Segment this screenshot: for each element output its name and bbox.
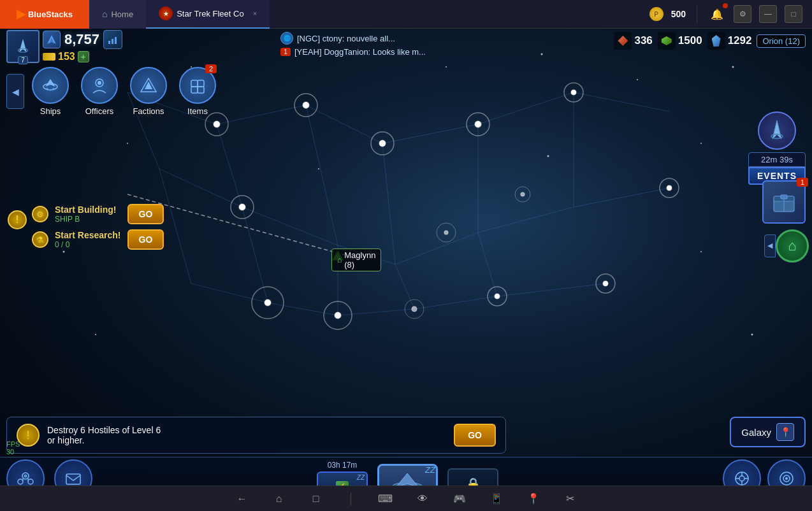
add-credits-btn[interactable]: + — [78, 51, 89, 62]
supply-crate-btn[interactable]: 1 — [762, 180, 806, 224]
svg-point-50 — [667, 185, 672, 191]
win-back-btn[interactable]: ← — [233, 490, 251, 508]
home-tab[interactable]: ⌂ Home — [89, 0, 146, 29]
taskbar-right: P 500 🔔 ⚙ — □ — [649, 4, 812, 24]
win-keyboard-btn[interactable]: ⌨ — [377, 490, 395, 508]
notification-bell[interactable]: 🔔 — [708, 5, 726, 23]
bluestacks-logo: ▶ BlueStacks — [0, 0, 89, 29]
exterior-svg-icon — [732, 469, 751, 488]
location-name: Maglynn (8) — [344, 250, 375, 270]
svg-line-13 — [217, 124, 242, 207]
svg-point-96 — [18, 479, 23, 484]
fps-value: FPS — [6, 440, 20, 448]
settings-btn[interactable]: ⚙ — [734, 5, 751, 23]
starfleet-logo — [13, 37, 33, 56]
svg-line-4 — [478, 92, 574, 124]
win-eye-btn[interactable]: 👁 — [414, 490, 431, 508]
win-gamepad-btn[interactable]: 🎮 — [451, 490, 468, 508]
inbox-svg-icon — [64, 469, 83, 488]
chat-globe-icon: 🌐 — [280, 32, 293, 45]
officers-icon — [81, 67, 118, 104]
ore-shape — [662, 36, 672, 45]
chat-message-2: 1 [YEAH] DoggTanion: Looks like m... — [280, 47, 640, 57]
app-tab[interactable]: ★ Star Trek Fleet Co × — [146, 0, 270, 29]
svg-line-12 — [574, 188, 669, 207]
svg-point-43 — [564, 83, 583, 102]
quest-2-subtitle: 0 / 0 — [55, 240, 121, 249]
home-map-btn-container: ◀ ⌂ — [764, 229, 809, 263]
events-logo — [758, 112, 796, 150]
home-map-btn[interactable]: ⌂ — [776, 229, 809, 263]
svg-point-42 — [335, 312, 341, 319]
crystal-resource: 1292 — [707, 32, 752, 50]
quest-indicator-icon: ! — [8, 210, 27, 229]
items-svg-icon — [189, 76, 207, 94]
win-location-btn[interactable]: 📍 — [525, 490, 542, 508]
ships-label: Ships — [40, 106, 61, 116]
galaxy-btn[interactable]: Galaxy 📍 — [730, 417, 806, 447]
app-title: Star Trek Fleet Co — [177, 9, 243, 18]
svg-line-10 — [395, 233, 478, 264]
svg-line-26 — [395, 264, 414, 309]
svg-line-20 — [268, 303, 338, 315]
svg-point-45 — [488, 287, 507, 306]
svg-line-27 — [478, 233, 497, 296]
sidebar-item-ships[interactable]: Ships — [27, 67, 73, 116]
svg-point-47 — [596, 274, 615, 293]
separator — [697, 4, 697, 24]
player-avatar[interactable]: 7 — [6, 30, 40, 63]
sidebar-item-officers[interactable]: Officers — [76, 67, 122, 116]
ore-value: 1500 — [678, 34, 702, 47]
xp-chart-btn[interactable] — [103, 30, 122, 49]
bottom-quest-go-btn[interactable]: GO — [454, 424, 496, 447]
maximize-btn[interactable]: □ — [785, 5, 802, 23]
crystal-value: 1292 — [728, 34, 752, 47]
location-label: ⌂ Maglynn (8) — [331, 248, 344, 264]
win-home-btn[interactable]: ⌂ — [270, 490, 288, 508]
level-badge: 7 — [18, 56, 28, 64]
svg-point-69 — [63, 251, 65, 253]
svg-point-51 — [437, 223, 456, 242]
svg-line-21 — [338, 309, 414, 315]
home-map-row: ◀ ⌂ — [764, 229, 809, 263]
events-panel: 22m 39s EVENTS — [748, 112, 806, 185]
orion-badge[interactable]: Orion (12) — [757, 34, 806, 48]
system-svg-icon — [777, 469, 796, 488]
svg-rect-78 — [112, 39, 113, 44]
svg-point-53 — [515, 187, 530, 202]
home-map-collapse-btn[interactable]: ◀ — [764, 234, 776, 257]
win-recent-btn[interactable]: □ — [307, 490, 325, 508]
svg-point-35 — [467, 113, 489, 136]
svg-line-22 — [414, 296, 497, 309]
svg-point-38 — [239, 204, 245, 210]
quest-2-go-btn[interactable]: GO — [127, 229, 164, 250]
minimize-btn[interactable]: — — [759, 5, 777, 23]
svg-point-112 — [785, 477, 788, 480]
coin-value: 500 — [671, 9, 686, 19]
quest-2-icon: ⚗ — [32, 231, 48, 248]
resources-bar: 336 1500 1292 Orion (12) — [614, 32, 806, 50]
quest-1-subtitle: SHIP B — [55, 215, 121, 224]
win-scissors-btn[interactable]: ✂ — [562, 490, 579, 508]
bottom-quest-text: Destroy 6 Hostiles of Level 6or higher. — [47, 425, 446, 445]
svg-point-41 — [324, 301, 352, 329]
sidebar-item-items[interactable]: 2 Items — [175, 67, 221, 116]
svg-point-34 — [379, 140, 386, 147]
quest-1-go-btn[interactable]: GO — [127, 204, 164, 224]
factions-svg-icon — [140, 76, 157, 94]
galaxy-label: Galaxy — [741, 427, 771, 438]
win-phone-btn[interactable]: 📱 — [488, 490, 505, 508]
svg-point-48 — [603, 281, 608, 286]
bluestacks-taskbar: ▶ BlueStacks ⌂ Home ★ Star Trek Fleet Co… — [0, 0, 812, 29]
quest-1-title: Start Building! — [55, 205, 121, 215]
svg-point-62 — [637, 79, 638, 80]
nav-collapse-btn[interactable]: ◀ — [6, 74, 24, 109]
windows-taskbar: ← ⌂ □ ⌨ 👁 🎮 📱 📍 ✂ — [0, 486, 812, 511]
game-area: ⌂ Maglynn (8) 7 — [0, 29, 812, 511]
quest-item-2: ⚗ Start Research! 0 / 0 GO — [32, 229, 164, 250]
sidebar-item-factions[interactable]: Factions — [126, 67, 171, 116]
credits-icon — [43, 53, 55, 61]
svg-point-63 — [732, 66, 734, 68]
svg-point-67 — [547, 155, 549, 157]
chat-message-1: 🌐 [NGC] ctony: nouvelle all... — [280, 32, 640, 45]
